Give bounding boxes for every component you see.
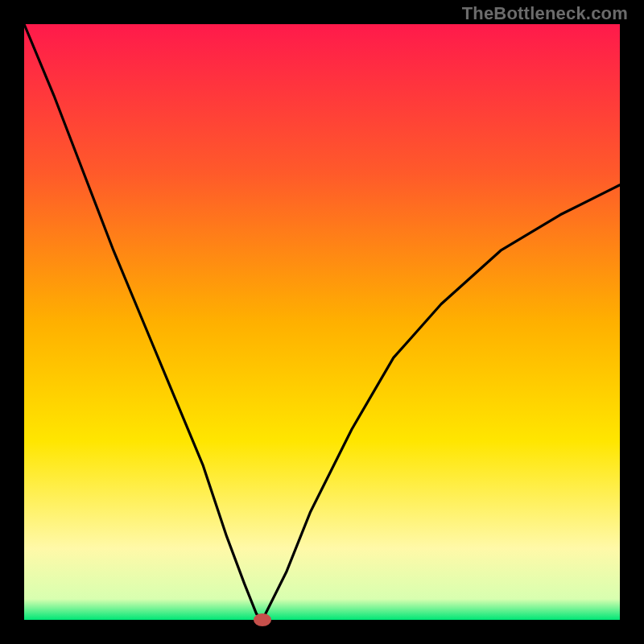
watermark-text: TheBottleneck.com (462, 3, 628, 24)
optimum-marker (254, 613, 271, 626)
chart-frame: TheBottleneck.com (0, 0, 644, 644)
bottleneck-chart (0, 0, 644, 644)
plot-background (24, 24, 620, 620)
